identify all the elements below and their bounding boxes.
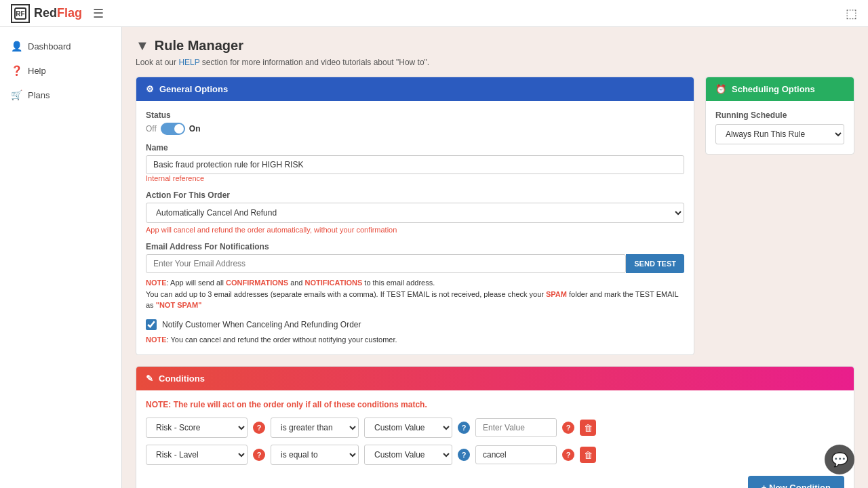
toggle-on-label: On	[189, 124, 201, 134]
new-condition-button[interactable]: + New Condition	[748, 476, 844, 488]
gear-icon: ⚙	[146, 84, 154, 94]
condition-2-field-help[interactable]: ?	[253, 449, 265, 461]
main-panel: ⚙ General Options Status Off	[136, 77, 694, 366]
topbar-right[interactable]: ⬚	[846, 6, 857, 21]
condition-2-field[interactable]: Risk - Score Risk - Lavel Order Total	[146, 445, 248, 465]
notifications-label: NOTIFICATIONS	[305, 279, 363, 287]
condition-1-value[interactable]	[475, 418, 557, 437]
name-input[interactable]	[146, 155, 684, 174]
sidebar-item-label-dashboard: Dashboard	[28, 41, 71, 52]
content-grid: ⚙ General Options Status Off	[136, 77, 854, 366]
running-schedule-select[interactable]: Always Run This Rule Run On Specific Day…	[715, 124, 844, 144]
condition-2-value-type[interactable]: Custom Value Order Value	[364, 445, 452, 465]
main-content: ▼ Rule Manager Look at our HELP section …	[122, 27, 868, 488]
condition-1-field[interactable]: Risk - Score Risk - Lavel Order Total	[146, 418, 248, 438]
logo-icon: RF	[11, 4, 30, 23]
help-icon: ❓	[11, 65, 22, 76]
clearfix: + New Condition	[146, 472, 844, 488]
sidebar-item-label-plans: Plans	[28, 90, 50, 100]
toggle-thumb	[174, 124, 184, 134]
toggle-off-label: Off	[146, 124, 157, 134]
email-input[interactable]	[146, 254, 626, 273]
send-test-button[interactable]: SEND TEST	[626, 254, 684, 273]
conditions-body: NOTE: The rule will act on the order onl…	[136, 390, 854, 488]
status-toggle[interactable]	[161, 123, 185, 135]
condition-2-value-help[interactable]: ?	[562, 449, 574, 461]
status-group: Status Off On	[146, 110, 684, 135]
conditions-note: NOTE: The rule will act on the order onl…	[146, 400, 844, 409]
email-label: Email Address For Notifications	[146, 242, 684, 251]
condition-2-delete[interactable]: 🗑	[580, 447, 596, 463]
dashboard-icon: 👤	[11, 41, 22, 52]
topbar-left: RF RedFlag ☰	[11, 4, 104, 23]
chat-widget[interactable]: 💬	[825, 445, 854, 474]
email-group: Email Address For Notifications SEND TES…	[146, 242, 684, 311]
conditions-card: ✎ Conditions NOTE: The rule will act on …	[136, 366, 854, 488]
action-select[interactable]: Automatically Cancel And Refund Cancel O…	[146, 203, 684, 223]
sidebar: 👤 Dashboard ❓ Help 🛒 Plans	[0, 27, 122, 488]
condition-row-1: Risk - Score Risk - Lavel Order Total ? …	[146, 418, 844, 438]
spam-label: SPAM	[546, 290, 567, 298]
email-row: SEND TEST	[146, 254, 684, 273]
scheduling-card: ⏰ Scheduling Options Running Schedule Al…	[705, 77, 854, 155]
sidebar-item-dashboard[interactable]: 👤 Dashboard	[0, 34, 121, 58]
condition-1-value-type[interactable]: Custom Value Order Value	[364, 418, 452, 438]
scheduling-header: ⏰ Scheduling Options	[706, 77, 854, 101]
running-schedule-label: Running Schedule	[715, 110, 844, 120]
layout: 👤 Dashboard ❓ Help 🛒 Plans ▼ Rule Manage…	[0, 27, 868, 488]
chat-icon: 💬	[831, 451, 848, 468]
status-label: Status	[146, 110, 684, 120]
scheduling-icon: ⏰	[715, 84, 726, 94]
notify-label: Notify Customer When Canceling And Refun…	[162, 320, 361, 329]
condition-row-2: Risk - Score Risk - Lavel Order Total ? …	[146, 445, 844, 465]
conditions-icon: ✎	[146, 373, 153, 384]
filter-icon: ▼	[136, 38, 149, 54]
sidebar-item-label-help: Help	[28, 66, 46, 76]
email-note: NOTE: App will send all CONFIRMATIONS an…	[146, 277, 684, 311]
plans-icon: 🛒	[11, 89, 22, 100]
general-options-body: Status Off On Name	[136, 101, 694, 354]
condition-1-field-help[interactable]: ?	[253, 422, 265, 434]
svg-text:RF: RF	[16, 10, 24, 18]
scheduling-body: Running Schedule Always Run This Rule Ru…	[706, 101, 854, 154]
action-note: App will cancel and refund the order aut…	[146, 226, 684, 234]
not-spam-label: "NOT SPAM"	[156, 301, 202, 309]
condition-2-operator[interactable]: is greater than is less than is equal to	[271, 445, 359, 465]
general-options-header: ⚙ General Options	[136, 77, 694, 101]
sidebar-item-help[interactable]: ❓ Help	[0, 58, 121, 83]
checkbox-note: NOTE: You can cancel and refund the orde…	[146, 334, 684, 346]
logout-icon[interactable]: ⬚	[846, 7, 857, 20]
condition-2-value-type-help[interactable]: ?	[458, 449, 470, 461]
logo: RF RedFlag	[11, 4, 82, 23]
side-panel: ⏰ Scheduling Options Running Schedule Al…	[705, 77, 854, 165]
help-link[interactable]: HELP	[178, 58, 199, 67]
sidebar-item-plans[interactable]: 🛒 Plans	[0, 83, 121, 107]
conditions-header: ✎ Conditions	[136, 367, 854, 390]
checkbox-note-prefix: NOTE	[146, 336, 167, 344]
condition-1-operator[interactable]: is greater than is less than is equal to	[271, 418, 359, 438]
action-label: Action For This Order	[146, 190, 684, 200]
toggle-container: Off On	[146, 123, 684, 135]
confirmations-label: CONFIRMATIONS	[226, 279, 288, 287]
condition-1-value-type-help[interactable]: ?	[458, 422, 470, 434]
name-label: Name	[146, 143, 684, 152]
condition-2-value[interactable]	[475, 445, 557, 464]
help-text: Look at our HELP section for more inform…	[136, 58, 854, 67]
general-options-card: ⚙ General Options Status Off	[136, 77, 694, 355]
name-group: Name Internal reference	[146, 143, 684, 182]
internal-reference-link[interactable]: Internal reference	[146, 174, 684, 182]
action-group: Action For This Order Automatically Canc…	[146, 190, 684, 234]
logo-text: RedFlag	[34, 6, 82, 20]
note-prefix: NOTE	[146, 279, 167, 287]
condition-1-value-help[interactable]: ?	[562, 422, 574, 434]
topbar: RF RedFlag ☰ ⬚	[0, 0, 868, 27]
condition-1-delete[interactable]: 🗑	[580, 420, 596, 436]
notify-checkbox[interactable]	[146, 319, 157, 330]
notify-checkbox-row: Notify Customer When Canceling And Refun…	[146, 319, 684, 330]
hamburger-icon[interactable]: ☰	[93, 6, 104, 21]
page-title: ▼ Rule Manager	[136, 38, 854, 54]
